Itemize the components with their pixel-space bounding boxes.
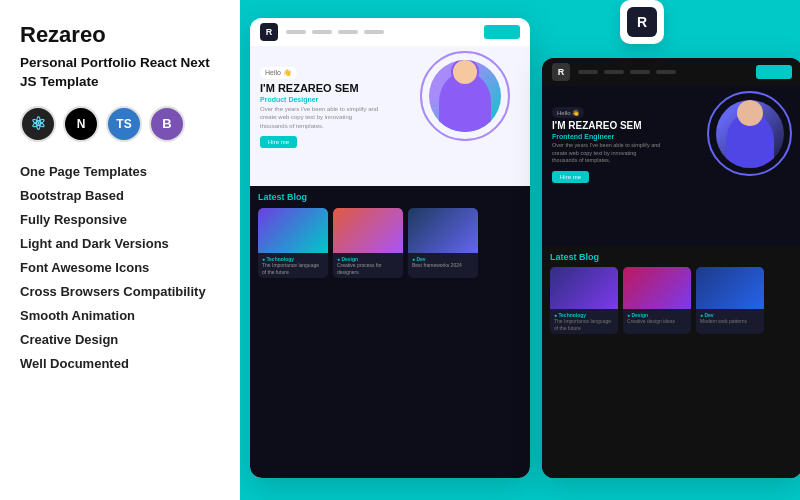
blog-card-1: ● Technology The Importance language of … <box>258 208 328 278</box>
dark-blog-card-2: ● Design Creative design ideas <box>623 267 691 334</box>
dark-nav: R <box>542 58 800 86</box>
blog-desc-3: Best frameworks 2024 <box>412 262 474 269</box>
hire-btn-light: Hire me <box>260 136 297 148</box>
dark-blog-img-2 <box>623 267 691 309</box>
feature-list: One Page Templates Bootstrap Based Fully… <box>20 160 220 376</box>
light-hero-section: Hello 👋 I'M REZAREO SEM Product Designer… <box>250 46 530 186</box>
nav-link-dot-dark <box>630 70 650 74</box>
dark-blog-text-1: ● Technology The Importance language of … <box>550 309 618 334</box>
right-panel: R R <box>240 0 800 500</box>
nav-links-dark <box>578 70 748 74</box>
dark-hire-btn: Hire me <box>552 171 589 183</box>
dark-blog-prefix: Latest <box>550 252 577 262</box>
product-title: Rezareo <box>20 22 220 48</box>
feature-cross-browsers: Cross Browsers Compatibility <box>20 280 220 304</box>
blog-title-light: Latest Blog <box>258 192 522 202</box>
brand-logo: R <box>627 7 657 37</box>
light-blog-section: Latest Blog ● Technology The Importance … <box>250 186 530 478</box>
dark-hero-desc: Over the years I've been able to simplif… <box>552 142 662 165</box>
dark-person-body <box>726 113 774 168</box>
blog-img-2 <box>333 208 403 253</box>
nav-link-dot <box>286 30 306 34</box>
dark-blog-desc-2: Creative design ideas <box>627 318 687 325</box>
blog-cards-light: ● Technology The Importance language of … <box>258 208 522 278</box>
blog-img-3 <box>408 208 478 253</box>
bs-badge: B <box>149 106 185 142</box>
blog-card-3-text: ● Dev Best frameworks 2024 <box>408 253 478 272</box>
blog-card-2: ● Design Creative process for designers <box>333 208 403 278</box>
dark-blog-card-3: ● Dev Modern web patterns <box>696 267 764 334</box>
person-head-light <box>451 60 479 86</box>
blog-desc-1: The Importance language of the future <box>262 262 324 275</box>
dark-blog-img-1 <box>550 267 618 309</box>
blog-card-2-text: ● Design Creative process for designers <box>333 253 403 278</box>
nav-link-dot-dark <box>578 70 598 74</box>
ts-badge: TS <box>106 106 142 142</box>
dark-blog-desc-1: The Importance language of the future <box>554 318 614 331</box>
feature-one-page: One Page Templates <box>20 160 220 184</box>
nav-links-light <box>286 30 476 34</box>
blog-title-prefix: Latest <box>258 192 285 202</box>
feature-font-awesome: Font Awesome Icons <box>20 256 220 280</box>
dark-blog-text-3: ● Dev Modern web patterns <box>696 309 764 328</box>
hero-avatar-light <box>420 51 510 141</box>
hero-desc-light: Over the years I've been able to simplif… <box>260 105 380 130</box>
react-badge: ⚛ <box>20 106 56 142</box>
hello-tag-light: Hello 👋 <box>260 67 297 79</box>
blog-desc-2: Creative process for designers <box>337 262 399 275</box>
blog-title-suffix: Blog <box>287 192 307 202</box>
tech-badges: ⚛ N TS B <box>20 106 220 142</box>
dark-hero-section: Hello 👋 I'M REZAREO SEM Frontend Enginee… <box>542 86 800 246</box>
dark-blog-img-3 <box>696 267 764 309</box>
top-logo-box: R <box>620 0 664 44</box>
circle-inner-light <box>429 60 501 132</box>
dark-blog-title: Latest Blog <box>550 252 794 262</box>
nav-cta-btn-dark <box>756 65 792 79</box>
dark-blog-text-2: ● Design Creative design ideas <box>623 309 691 328</box>
blog-card-3: ● Dev Best frameworks 2024 <box>408 208 478 278</box>
light-template-preview: R Hello 👋 <box>250 18 530 478</box>
next-badge: N <box>63 106 99 142</box>
feature-responsive: Fully Responsive <box>20 208 220 232</box>
blog-card-1-text: ● Technology The Importance language of … <box>258 253 328 278</box>
nav-link-dot-dark <box>604 70 624 74</box>
dark-hero-avatar <box>707 91 792 176</box>
dark-blog-card-1: ● Technology The Importance language of … <box>550 267 618 334</box>
dark-template-preview: R Hello 👋 <box>542 58 800 478</box>
dark-person-head <box>737 100 763 126</box>
feature-animation: Smooth Animation <box>20 304 220 328</box>
nav-logo-light: R <box>260 23 278 41</box>
feature-bootstrap: Bootstrap Based <box>20 184 220 208</box>
dark-blog-desc-3: Modern web patterns <box>700 318 760 325</box>
dark-circle-outer <box>707 91 792 176</box>
nav-link-dot-dark <box>656 70 676 74</box>
nav-link-dot <box>312 30 332 34</box>
nav-cta-btn-light <box>484 25 520 39</box>
product-subtitle: Personal Portfolio React Next JS Templat… <box>20 54 220 92</box>
blog-img-1 <box>258 208 328 253</box>
nav-link-dot <box>338 30 358 34</box>
dark-hello-tag: Hello 👋 <box>552 107 584 118</box>
dark-blog-suffix: Blog <box>579 252 599 262</box>
nav-link-dot <box>364 30 384 34</box>
dark-circle-inner <box>716 100 784 168</box>
feature-documented: Well Documented <box>20 352 220 376</box>
dark-blog-cards: ● Technology The Importance language of … <box>550 267 794 334</box>
light-nav: R <box>250 18 530 46</box>
feature-creative: Creative Design <box>20 328 220 352</box>
left-panel: Rezareo Personal Portfolio React Next JS… <box>0 0 240 500</box>
person-body-light <box>439 72 491 132</box>
feature-light-dark: Light and Dark Versions <box>20 232 220 256</box>
circle-outer-light <box>420 51 510 141</box>
dark-blog-section: Latest Blog ● Technology The Importance … <box>542 246 800 478</box>
nav-logo-dark: R <box>552 63 570 81</box>
